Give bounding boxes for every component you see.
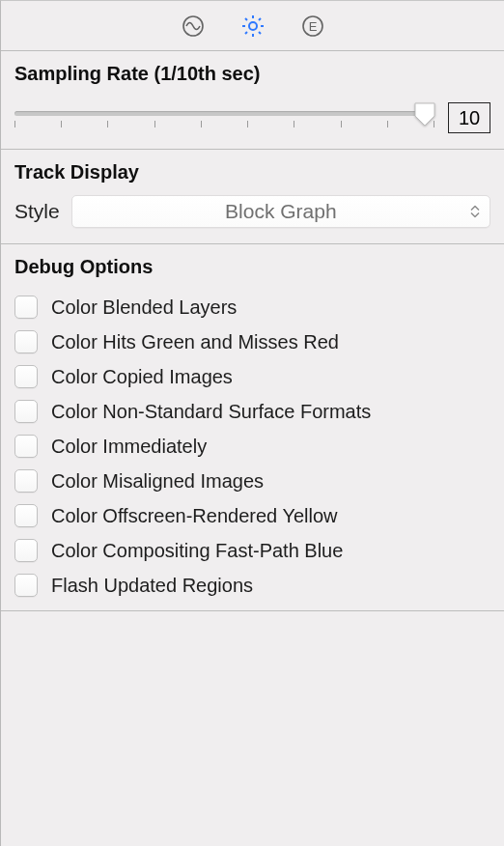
style-select[interactable]: Block Graph <box>71 195 490 228</box>
debug-option-row: Color Copied Images <box>14 359 490 394</box>
track-display-section: Track Display Style Block Graph <box>1 150 504 244</box>
style-select-value: Block Graph <box>225 200 337 223</box>
checkbox-label: Color Compositing Fast-Path Blue <box>51 540 343 562</box>
checkbox-label: Color Immediately <box>51 436 207 458</box>
sampling-rate-section: Sampling Rate (1/10th sec) 10 <box>1 51 504 150</box>
sampling-rate-slider[interactable] <box>14 103 434 132</box>
chevron-up-down-icon <box>470 206 480 218</box>
empty-area <box>1 611 504 846</box>
debug-option-row: Flash Updated Regions <box>14 568 490 603</box>
checkbox[interactable] <box>14 504 38 527</box>
checkbox[interactable] <box>14 435 38 458</box>
debug-option-row: Color Hits Green and Misses Red <box>14 324 490 359</box>
track-display-heading: Track Display <box>14 161 490 183</box>
debug-option-row: Color Compositing Fast-Path Blue <box>14 533 490 568</box>
inspector-panel: E Sampling Rate (1/10th sec) 10 Track Di… <box>0 0 504 846</box>
toolbar: E <box>1 1 504 51</box>
style-label: Style <box>14 200 60 223</box>
checkbox-label: Color Non-Standard Surface Formats <box>51 401 371 423</box>
checkbox-label: Flash Updated Regions <box>51 575 253 597</box>
checkbox-label: Color Hits Green and Misses Red <box>51 331 339 353</box>
wave-icon[interactable] <box>181 14 206 39</box>
checkbox[interactable] <box>14 365 38 388</box>
checkbox[interactable] <box>14 296 38 319</box>
debug-option-row: Color Offscreen-Rendered Yellow <box>14 498 490 533</box>
circled-e-icon[interactable]: E <box>300 14 325 39</box>
checkbox[interactable] <box>14 539 38 562</box>
svg-text:E: E <box>308 18 317 33</box>
checkbox[interactable] <box>14 469 38 493</box>
checkbox[interactable] <box>14 330 38 353</box>
debug-options-section: Debug Options Color Blended LayersColor … <box>1 244 504 611</box>
debug-option-row: Color Blended Layers <box>14 290 490 324</box>
checkbox[interactable] <box>14 574 38 597</box>
debug-option-row: Color Misaligned Images <box>14 464 490 498</box>
gear-icon[interactable] <box>240 14 266 39</box>
sampling-rate-heading: Sampling Rate (1/10th sec) <box>14 63 490 85</box>
checkbox[interactable] <box>14 400 38 423</box>
svg-point-1 <box>249 22 257 30</box>
checkbox-label: Color Blended Layers <box>51 296 237 319</box>
sampling-rate-value[interactable]: 10 <box>448 102 490 133</box>
checkbox-label: Color Misaligned Images <box>51 470 264 493</box>
slider-knob[interactable] <box>413 101 436 125</box>
debug-options-heading: Debug Options <box>14 256 490 278</box>
debug-option-row: Color Immediately <box>14 429 490 464</box>
checkbox-label: Color Offscreen-Rendered Yellow <box>51 505 337 527</box>
checkbox-label: Color Copied Images <box>51 366 233 388</box>
debug-option-row: Color Non-Standard Surface Formats <box>14 394 490 429</box>
